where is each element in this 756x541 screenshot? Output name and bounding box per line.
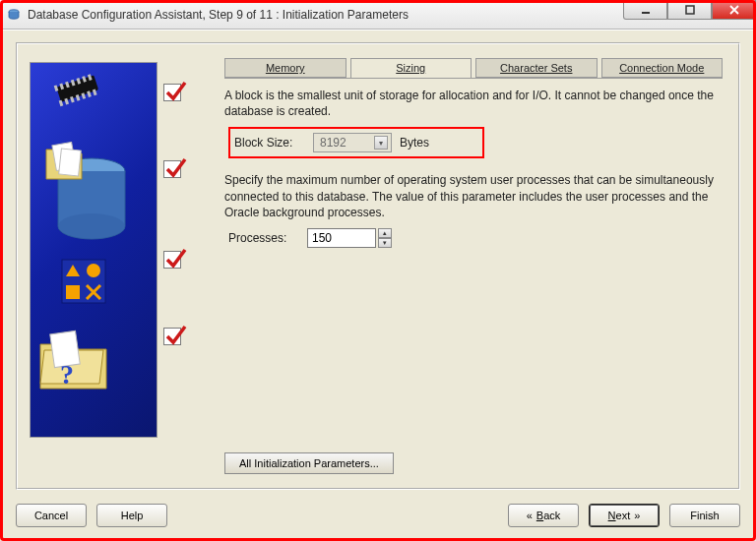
cancel-button[interactable]: Cancel bbox=[16, 504, 87, 527]
wizard-progress-strip: ? bbox=[30, 62, 158, 438]
tab-underline bbox=[224, 78, 723, 79]
finish-button[interactable]: Finish bbox=[669, 504, 740, 527]
back-button[interactable]: « Back bbox=[508, 504, 579, 527]
block-size-unit: Bytes bbox=[400, 136, 429, 150]
window-minimize-button[interactable] bbox=[623, 0, 667, 20]
block-size-combo[interactable]: 8192 ▾ bbox=[313, 133, 392, 152]
app-icon bbox=[6, 7, 22, 23]
svg-rect-2 bbox=[686, 6, 694, 14]
processes-spin-down[interactable]: ▾ bbox=[378, 238, 392, 248]
block-size-description: A block is the smallest unit of storage … bbox=[224, 88, 721, 119]
chevron-right-icon: » bbox=[634, 510, 640, 521]
processes-spin-up[interactable]: ▴ bbox=[378, 228, 392, 238]
svg-point-24 bbox=[87, 264, 100, 277]
wizard-step-chip-icon bbox=[48, 71, 107, 111]
wizard-step-4-check-icon bbox=[163, 328, 181, 345]
wizard-step-2-check-icon bbox=[163, 160, 181, 178]
tab-connection-mode[interactable]: Connection Mode bbox=[601, 58, 724, 78]
svg-rect-25 bbox=[66, 285, 80, 299]
wizard-step-options-icon bbox=[60, 258, 109, 310]
window-title: Database Configuration Assistant, Step 9… bbox=[28, 8, 409, 22]
tab-sizing[interactable]: Sizing bbox=[350, 58, 472, 78]
svg-text:?: ? bbox=[60, 359, 74, 390]
processes-input[interactable] bbox=[307, 228, 376, 248]
tab-memory[interactable]: Memory bbox=[224, 58, 346, 78]
processes-row: Processes: ▴ ▾ bbox=[228, 228, 721, 248]
block-size-row: Block Size: 8192 ▾ Bytes bbox=[228, 127, 484, 158]
window-close-button[interactable] bbox=[712, 0, 756, 20]
tab-character-sets[interactable]: Character Sets bbox=[475, 58, 598, 78]
svg-rect-21 bbox=[59, 149, 82, 176]
chevron-left-icon: « bbox=[527, 510, 533, 521]
svg-point-19 bbox=[58, 213, 125, 239]
main-panel: ? Memory Sizing Character Sets Connectio… bbox=[16, 42, 740, 490]
block-size-value: 8192 bbox=[320, 136, 346, 150]
all-initialization-parameters-button[interactable]: All Initialization Parameters... bbox=[224, 452, 394, 474]
block-size-label: Block Size: bbox=[234, 136, 305, 150]
processes-description: Specify the maximum number of operating … bbox=[224, 172, 721, 220]
chevron-down-icon: ▾ bbox=[374, 136, 388, 150]
svg-rect-1 bbox=[642, 12, 650, 14]
wizard-step-database-icon bbox=[42, 142, 141, 263]
processes-label: Processes: bbox=[228, 231, 299, 245]
window-titlebar: Database Configuration Assistant, Step 9… bbox=[0, 0, 756, 30]
wizard-step-3-check-icon bbox=[163, 251, 181, 269]
window-maximize-button[interactable] bbox=[667, 0, 712, 20]
next-button[interactable]: Next » bbox=[589, 504, 660, 527]
wizard-step-help-folder-icon: ? bbox=[38, 329, 121, 402]
help-button[interactable]: Help bbox=[96, 504, 167, 527]
wizard-step-1-check-icon bbox=[163, 84, 181, 101]
